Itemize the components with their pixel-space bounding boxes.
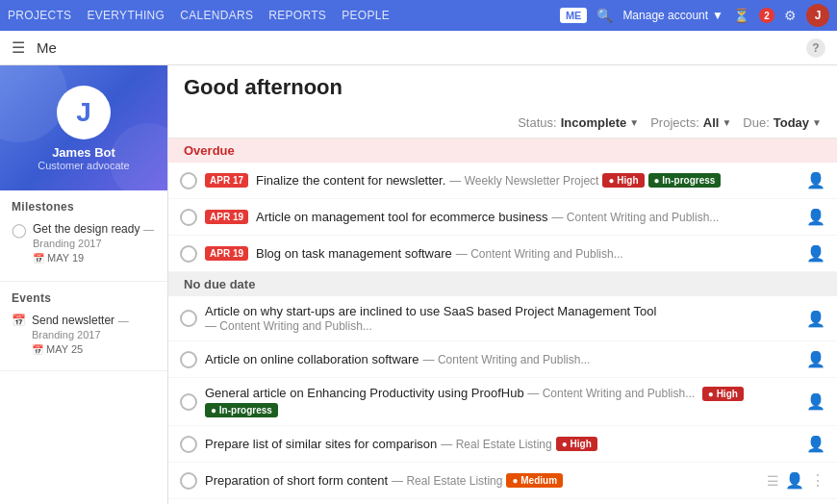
date-badge: APR 19 bbox=[205, 210, 248, 224]
user-avatar[interactable]: J bbox=[806, 4, 829, 27]
task-checkbox[interactable] bbox=[180, 172, 197, 189]
profile-role: Customer advocate bbox=[38, 160, 129, 171]
nav-projects[interactable]: PROJECTS bbox=[8, 9, 71, 22]
task-content: Blog on task management software — Conte… bbox=[256, 246, 799, 261]
nav-items: PROJECTS EVERYTHING CALENDARS REPORTS PE… bbox=[8, 9, 560, 22]
table-row: Article on why start-ups are inclined to… bbox=[168, 296, 837, 341]
due-value[interactable]: Today ▼ bbox=[774, 115, 822, 130]
row-actions: ☰ 👤 ⋮ bbox=[767, 471, 825, 490]
inprogress-tag: ● In-progress bbox=[648, 173, 722, 188]
task-project: — Content Writing and Publish... bbox=[423, 353, 591, 366]
milestone-check-icon: ◯ bbox=[12, 222, 27, 238]
assignee-icon[interactable]: 👤 bbox=[806, 244, 825, 263]
assignee-icon[interactable]: 👤 bbox=[806, 350, 825, 368]
status-label: Status: bbox=[518, 115, 556, 130]
nav-right: ME 🔍 Manage account ▼ ⏳ 2 ⚙ J bbox=[560, 4, 829, 27]
task-title[interactable]: Article on management tool for ecommerce… bbox=[256, 210, 547, 224]
task-title[interactable]: Blog on task management software bbox=[256, 246, 452, 261]
task-title[interactable]: Preparation of short form content bbox=[205, 473, 388, 488]
projects-chevron: ▼ bbox=[722, 117, 731, 128]
task-content: Prepare list of similar sites for compar… bbox=[205, 437, 799, 451]
search-icon[interactable]: 🔍 bbox=[596, 8, 613, 23]
notification-badge[interactable]: 2 bbox=[759, 8, 774, 23]
task-content: Article on why start-ups are inclined to… bbox=[205, 304, 799, 333]
nav-calendars[interactable]: CALENDARS bbox=[180, 9, 253, 22]
task-title[interactable]: Article on online collaboration software bbox=[205, 352, 419, 366]
assignee-icon[interactable]: 👤 bbox=[806, 208, 825, 226]
status-value[interactable]: Incomplete ▼ bbox=[561, 115, 640, 130]
date-badge: APR 17 bbox=[205, 173, 248, 188]
list-view-icon[interactable]: ☰ bbox=[767, 473, 779, 489]
inprogress-tag: ● In-progress bbox=[205, 403, 278, 417]
nav-reports[interactable]: REPORTS bbox=[268, 9, 326, 22]
milestone-item: ◯ Get the design ready — Branding 2017 📅… bbox=[12, 221, 156, 264]
help-icon[interactable]: ? bbox=[806, 38, 825, 58]
table-row: APR 19 Article on management tool for ec… bbox=[168, 199, 837, 236]
task-checkbox[interactable] bbox=[180, 393, 197, 411]
projects-value[interactable]: All ▼ bbox=[703, 115, 732, 130]
task-project: — Real Estate Listing bbox=[441, 438, 551, 451]
task-project: — Content Writing and Publish... bbox=[552, 211, 720, 224]
profile-name: James Bot bbox=[52, 145, 115, 160]
milestone-date: 📅 MAY 19 bbox=[33, 252, 156, 264]
greeting: Good afternoon bbox=[168, 65, 837, 108]
sidebar: J James Bot Customer advocate Milestones… bbox=[0, 65, 168, 504]
table-row: APR 19 Blog on task management software … bbox=[168, 236, 837, 272]
event-date: 📅 MAY 25 bbox=[32, 343, 156, 355]
task-content: Article on online collaboration software… bbox=[205, 352, 799, 366]
me-badge[interactable]: ME bbox=[560, 8, 588, 23]
event-item: 📅 Send newsletter — Branding 2017 📅 MAY … bbox=[12, 313, 156, 355]
more-options-icon[interactable]: ⋮ bbox=[810, 471, 825, 490]
events-section: Events 📅 Send newsletter — Branding 2017… bbox=[0, 282, 167, 371]
assignee-icon[interactable]: 👤 bbox=[806, 171, 825, 189]
due-filter: Due: Today ▼ bbox=[743, 115, 822, 130]
task-title[interactable]: Article on why start-ups are inclined to… bbox=[205, 304, 656, 318]
hamburger-icon[interactable]: ☰ bbox=[12, 38, 25, 57]
profile-card: J James Bot Customer advocate bbox=[0, 65, 167, 190]
task-title[interactable]: General article on Enhancing Productivit… bbox=[205, 386, 524, 400]
page-title: Me bbox=[37, 39, 57, 56]
event-name: Send newsletter — Branding 2017 bbox=[32, 313, 156, 341]
task-checkbox[interactable] bbox=[180, 436, 197, 453]
task-checkbox[interactable] bbox=[180, 310, 197, 327]
filter-bar: Status: Incomplete ▼ Projects: All ▼ Due… bbox=[168, 108, 837, 139]
no-due-date-header: No due date bbox=[168, 272, 837, 296]
chevron-down-icon: ▼ bbox=[712, 9, 723, 22]
table-row: without due date — Real Estate Listing 👤 bbox=[168, 499, 837, 504]
assignee-icon[interactable]: 👤 bbox=[806, 392, 825, 411]
settings-icon[interactable]: ⚙ bbox=[784, 8, 797, 23]
event-icon: 📅 bbox=[12, 314, 26, 327]
task-checkbox[interactable] bbox=[180, 472, 197, 490]
assignee-icon[interactable]: 👤 bbox=[806, 435, 825, 453]
manage-account-button[interactable]: Manage account ▼ bbox=[622, 9, 723, 22]
content-area: Good afternoon Status: Incomplete ▼ Proj… bbox=[168, 65, 837, 504]
event-details: Send newsletter — Branding 2017 📅 MAY 25 bbox=[32, 313, 156, 355]
main-layout: J James Bot Customer advocate Milestones… bbox=[0, 65, 837, 504]
task-project: — Weekly Newsletter Project bbox=[449, 174, 598, 188]
task-project: — Content Writing and Publish... bbox=[527, 387, 695, 400]
nav-people[interactable]: PEOPLE bbox=[342, 9, 390, 22]
assignee-icon[interactable]: 👤 bbox=[785, 471, 804, 490]
task-checkbox[interactable] bbox=[180, 351, 197, 368]
timer-icon[interactable]: ⏳ bbox=[733, 8, 749, 23]
task-project: — Real Estate Listing bbox=[392, 474, 502, 488]
task-project: — Content Writing and Publish... bbox=[205, 319, 372, 333]
task-title[interactable]: Prepare list of similar sites for compar… bbox=[205, 437, 437, 451]
date-badge: APR 19 bbox=[205, 246, 248, 261]
table-row: APR 17 Finalize the content for newslett… bbox=[168, 163, 837, 199]
task-content: Finalize the content for newsletter. — W… bbox=[256, 173, 799, 188]
calendar-icon-event: 📅 bbox=[32, 344, 43, 355]
table-row: Prepare list of similar sites for compar… bbox=[168, 426, 837, 463]
task-checkbox[interactable] bbox=[180, 209, 197, 226]
task-content: General article on Enhancing Productivit… bbox=[205, 386, 799, 417]
status-filter: Status: Incomplete ▼ bbox=[518, 115, 639, 130]
table-row: General article on Enhancing Productivit… bbox=[168, 378, 837, 426]
sub-header: ☰ Me ? bbox=[0, 31, 837, 65]
nav-everything[interactable]: EVERYTHING bbox=[87, 9, 165, 22]
task-title[interactable]: Finalize the content for newsletter. bbox=[256, 173, 445, 188]
task-content: Preparation of short form content — Real… bbox=[205, 473, 759, 488]
high-tag: ● High bbox=[556, 437, 597, 451]
task-checkbox[interactable] bbox=[180, 245, 197, 263]
assignee-icon[interactable]: 👤 bbox=[806, 310, 825, 328]
task-content: Article on management tool for ecommerce… bbox=[256, 210, 799, 224]
